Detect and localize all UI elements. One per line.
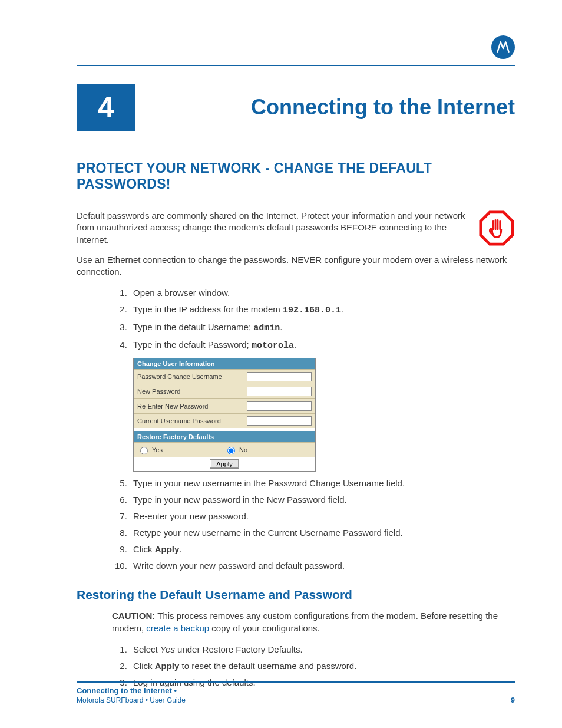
page-footer: Connecting to the Internet • Motorola SU… — [77, 681, 515, 704]
label-restore-no: No — [239, 446, 247, 453]
step-10: Write down your new password and default… — [130, 559, 515, 573]
input-new-password[interactable] — [247, 387, 312, 396]
top-rule — [77, 65, 515, 66]
footer-page-number: 9 — [511, 696, 515, 704]
step-8: Retype your new username in the Current … — [130, 526, 515, 540]
intro-paragraph-1: Default passwords are commonly shared on… — [77, 210, 467, 246]
apply-button[interactable]: Apply — [210, 459, 239, 469]
input-current-username-password[interactable] — [247, 416, 312, 426]
step-9: Click Apply. — [130, 542, 515, 556]
label-password-change-username: Password Change Username — [137, 373, 243, 380]
step-7: Re-enter your new password. — [130, 509, 515, 523]
modem-header-restore-defaults: Restore Factory Defaults — [134, 431, 315, 442]
step-6: Type in your new password in the New Pas… — [130, 493, 515, 507]
footer-guide-name: Motorola SURFboard • User Guide — [77, 696, 186, 704]
input-password-change-username[interactable] — [247, 372, 312, 381]
section-heading: PROTECT YOUR NETWORK - CHANGE THE DEFAUL… — [77, 160, 515, 192]
steps-list-b: Type in your new username in the Passwor… — [77, 476, 515, 573]
step-1: Open a browser window. — [130, 286, 515, 300]
intro-paragraph-2: Use an Ethernet connection to change the… — [77, 254, 515, 278]
stop-hand-icon — [478, 210, 515, 254]
footer-breadcrumb: Connecting to the Internet • — [77, 686, 515, 695]
radio-restore-no[interactable] — [227, 447, 235, 454]
svg-marker-0 — [481, 212, 513, 244]
modem-header-change-user: Change User Information — [134, 358, 315, 369]
chapter-number-box: 4 — [77, 84, 135, 131]
restore-step-1: Select Yes under Restore Factory Default… — [130, 643, 515, 657]
chapter-title: Connecting to the Internet — [159, 95, 515, 120]
input-reenter-password[interactable] — [247, 401, 312, 411]
create-backup-link[interactable]: create a backup — [146, 623, 209, 633]
label-restore-yes: Yes — [152, 446, 163, 453]
label-current-username-password: Current Username Password — [137, 417, 243, 424]
step-3: Type in the default Username; admin. — [130, 320, 515, 335]
step-2: Type in the IP address for the modem 192… — [130, 302, 515, 318]
step-4: Type in the default Password; motorola. — [130, 338, 515, 353]
modem-config-screenshot: Change User Information Password Change … — [133, 358, 316, 472]
restore-step-2: Click Apply to reset the default usernam… — [130, 659, 515, 673]
steps-list-a: Open a browser window. Type in the IP ad… — [77, 286, 515, 353]
radio-restore-yes[interactable] — [140, 447, 148, 454]
motorola-logo-icon — [491, 35, 515, 59]
caution-paragraph: CAUTION: This process removes any custom… — [112, 610, 515, 634]
step-5: Type in your new username in the Passwor… — [130, 476, 515, 490]
subsection-heading: Restoring the Default Username and Passw… — [77, 588, 515, 602]
label-new-password: New Password — [137, 388, 243, 395]
label-reenter-password: Re-Enter New Password — [137, 403, 243, 410]
